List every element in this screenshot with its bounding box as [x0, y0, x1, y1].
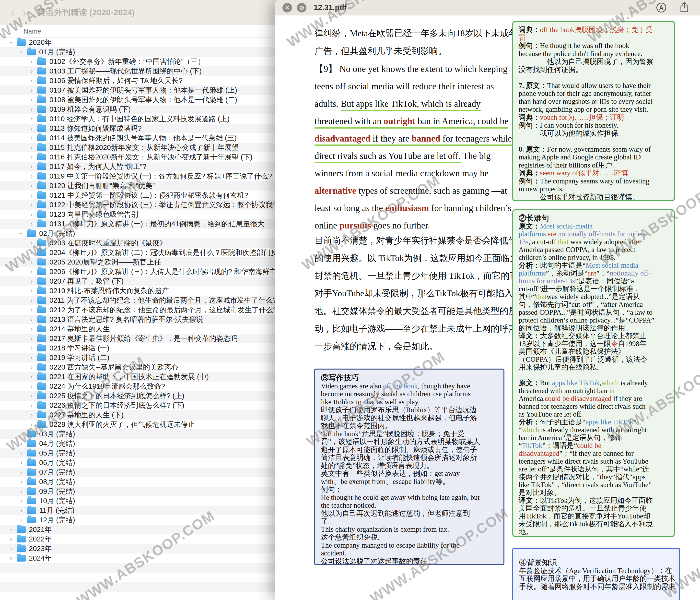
tree-row[interactable]: ›0213 语言决定思维? 臭名昭著的萨丕尔-沃夫假说 [0, 315, 306, 324]
tree-row[interactable]: ›0218 学习讲话 (一) [0, 343, 306, 353]
tree-row[interactable]: ›0108 被美国炸死的伊朗头号军事人物：他本是一代枭雄 (二) [0, 95, 306, 104]
chevron-right-icon[interactable]: › [28, 421, 35, 428]
chevron-right-icon[interactable]: › [28, 87, 35, 94]
tree-row[interactable]: ›0210 科比·布莱恩特伟大而复杂的遗产 [0, 286, 306, 295]
chevron-right-icon[interactable]: › [7, 545, 15, 552]
tree-row[interactable]: ›0107 被美国炸死的伊朗头号军事人物：他本是一代枭雄 (上) [0, 86, 306, 95]
close-icon[interactable]: ✕ [282, 3, 292, 13]
tree-row[interactable]: ›2023年 [0, 544, 306, 553]
tree-row[interactable]: ›07月 (完结) [0, 467, 306, 477]
chevron-right-icon[interactable]: › [28, 96, 35, 103]
tree-row[interactable]: ›11月 (完结) [0, 506, 306, 515]
tree-row[interactable]: ›0121 中美经贸第一阶段协议 (二)：侵犯商业秘密条款有何玄机? [0, 191, 306, 200]
chevron-right-icon[interactable]: › [28, 134, 35, 142]
chevron-right-icon[interactable]: › [28, 316, 35, 323]
chevron-right-icon[interactable]: › [28, 363, 35, 371]
tree-row[interactable]: ›0220 西方缺失--慕尼黑会议里的美欧离心 [0, 362, 306, 372]
chevron-right-icon[interactable]: › [28, 201, 35, 209]
chevron-right-icon[interactable]: › [18, 478, 25, 486]
tree-row[interactable]: ›0221 在国家的帮助下，中国技术正在蓬勃发展 (中) [0, 372, 306, 382]
chevron-down-icon[interactable]: › [18, 48, 25, 56]
tree-row[interactable]: ›0205 2020展望之欧洲——新官上任 [0, 257, 306, 267]
chevron-right-icon[interactable]: › [28, 268, 35, 275]
chevron-right-icon[interactable]: › [28, 278, 35, 285]
chevron-right-icon[interactable]: › [28, 58, 35, 65]
tree-row[interactable]: ›0207 再见了，吸管 (下) [0, 277, 306, 286]
chevron-right-icon[interactable]: › [28, 392, 35, 400]
chevron-right-icon[interactable]: › [28, 306, 35, 314]
tree-row[interactable]: ›0109 机器会有意识吗 (下) [0, 104, 306, 114]
chevron-right-icon[interactable]: › [18, 487, 25, 495]
chevron-right-icon[interactable]: › [28, 373, 35, 381]
tree-row[interactable]: ›0106 爱情保鲜期后，如何与 TA 地久天长? [0, 76, 306, 86]
tree-row[interactable]: ›0131《柳叶刀》原文精讲 (一)：最初的41例病患，给到的信息量很大 [0, 219, 306, 229]
tree-row[interactable]: ›0211 为了不该忘却的纪念：他生命的最后两个月，这座城市发生了什么? [0, 295, 306, 305]
chevron-right-icon[interactable]: › [28, 153, 35, 161]
chevron-right-icon[interactable]: › [18, 459, 25, 466]
tree-row[interactable]: ›0117 如今，为何人人皆“铆工”? [0, 162, 306, 171]
tree-row[interactable]: ›0113 你知道如何聚屎成塔吗? [0, 124, 306, 133]
column-header-name[interactable]: Name [24, 28, 41, 35]
tree-row[interactable]: ›0115 扎克伯格2020新年发文：从新年决心变成了新十年展望 [0, 143, 306, 152]
chevron-right-icon[interactable]: › [28, 220, 35, 228]
prohibit-icon[interactable]: ⊘ [297, 3, 306, 13]
chevron-right-icon[interactable]: › [28, 258, 35, 266]
tree-row[interactable]: ›04月 (完结) [0, 439, 306, 449]
chevron-right-icon[interactable]: › [18, 516, 25, 524]
chevron-right-icon[interactable]: › [18, 449, 25, 457]
chevron-right-icon[interactable]: › [28, 163, 35, 170]
tree-row[interactable]: ›0214 墓地里的人生 [0, 324, 306, 334]
tree-row[interactable]: ›0227 墓地里的人生 (下) [0, 410, 306, 420]
tree-row[interactable]: ›01月 (完结) [0, 47, 306, 57]
chevron-right-icon[interactable]: › [28, 402, 35, 409]
tree-row[interactable]: ›02月 (完结) [0, 229, 306, 238]
tree-row[interactable]: ›0206《柳叶刀》原文精讲 (三)：人传人是什么时候出现的? 和华南海鲜市场关… [0, 267, 306, 277]
chevron-down-icon[interactable]: › [18, 230, 25, 237]
text-size-icon[interactable]: A [656, 3, 666, 13]
back-chevron-icon[interactable]: ‹ [6, 6, 19, 19]
chevron-right-icon[interactable]: › [28, 411, 35, 419]
chevron-right-icon[interactable]: › [28, 287, 35, 295]
chevron-right-icon[interactable]: › [28, 296, 35, 304]
tree-row[interactable]: ›09月 (完结) [0, 487, 306, 496]
chevron-right-icon[interactable]: › [28, 335, 35, 342]
column-header-row[interactable]: Name [0, 25, 306, 38]
tree-row[interactable]: ›08月 (完结) [0, 477, 306, 487]
tree-row[interactable]: ›10月 (完结) [0, 496, 306, 506]
tree-row[interactable]: ›0110 经济学人：有中国特色的国家主义科技发展道路 (上) [0, 114, 306, 124]
chevron-right-icon[interactable]: › [28, 354, 35, 361]
chevron-right-icon[interactable]: › [28, 211, 35, 218]
tree-row[interactable]: ›0203 在瘟疫时代重温加缪的《鼠疫》 [0, 238, 306, 248]
tree-row[interactable]: ›0225 疫情之下的日本经济到底怎么样? (上) [0, 391, 306, 401]
chevron-right-icon[interactable]: › [7, 526, 15, 533]
tree-row[interactable]: ›0114 被美国炸死的伊朗头号军事人物：他本是一代枭雄 (三) [0, 133, 306, 143]
chevron-right-icon[interactable]: › [28, 172, 35, 180]
chevron-right-icon[interactable]: › [28, 115, 35, 123]
tree-row[interactable]: ›0123 向星巴克绿色吸管告别 [0, 210, 306, 219]
chevron-right-icon[interactable]: › [18, 469, 25, 476]
tree-row[interactable]: ›0103 工厂探秘——现代化世界所围绕的中心 (下) [0, 66, 306, 76]
chevron-right-icon[interactable]: › [28, 239, 35, 247]
chevron-down-icon[interactable]: › [7, 39, 15, 46]
tree-row[interactable]: ›12月 (完结) [0, 515, 306, 525]
tree-row[interactable]: ›2024年 [0, 553, 306, 563]
tree-row[interactable]: ›0217 奥斯卡最佳影片颁给《寄生虫》，是一种变革的姿态吗 [0, 334, 306, 343]
chevron-right-icon[interactable]: › [28, 249, 35, 257]
tree-row[interactable]: ›0102《外交事务》新年重磅：“中国害怕论”（三） [0, 57, 306, 66]
tree-row[interactable]: ›05月 (完结) [0, 449, 306, 458]
tree-row[interactable]: ›0204《柳叶刀》原文精讲 (二)：冠状病毒到底是什么？医院和疾控部门反应是否… [0, 248, 306, 257]
chevron-right-icon[interactable]: › [7, 535, 15, 543]
tree-row[interactable]: ›0120 让我们再聊聊“崇高”和“优美” [0, 181, 306, 191]
chevron-right-icon[interactable]: › [28, 344, 35, 352]
chevron-right-icon[interactable]: › [28, 77, 35, 85]
tree-row[interactable]: ›0116 扎克伯格2020新年发文：从新年决心变成了新十年展望 (下) [0, 152, 306, 162]
chevron-right-icon[interactable]: › [28, 383, 35, 390]
tree-row[interactable]: ›06月 (完结) [0, 458, 306, 467]
tree-row[interactable]: ›03月 (完结) [0, 429, 306, 439]
tree-row[interactable]: ›0228 澳大利亚的火灭了，但气候危机远未停止 [0, 420, 306, 429]
tree-row[interactable]: ›0119 中美第一阶段经贸协议 (一)：各方如何反应? 标题+序言说了什么? [0, 171, 306, 181]
tree-row[interactable]: ›0219 学习讲话 (二) [0, 353, 306, 362]
tree-row[interactable]: ›2021年 [0, 525, 306, 534]
chevron-right-icon[interactable]: › [28, 67, 35, 75]
chevron-right-icon[interactable]: › [18, 507, 25, 514]
